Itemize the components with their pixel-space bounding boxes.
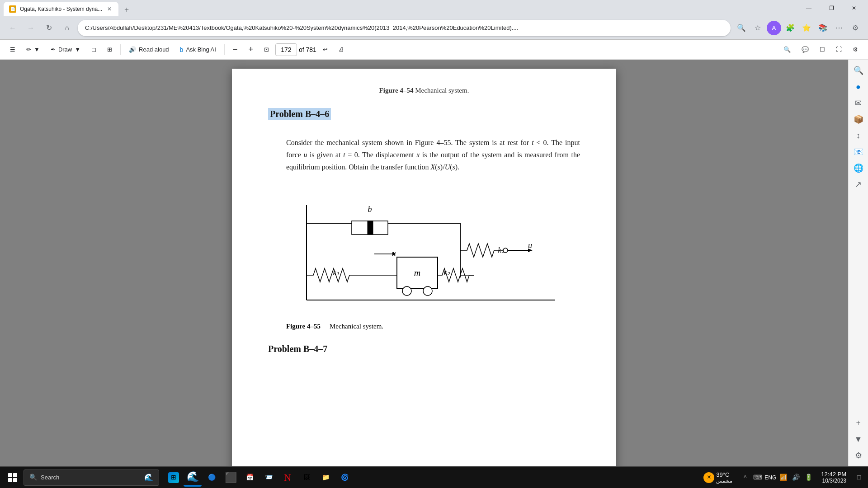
taskbar-app-teams[interactable]: ⬛ [222,469,240,487]
taskbar-app-edge2[interactable]: 🌀 [335,469,354,487]
taskbar-app-netflix[interactable]: N [278,469,297,487]
taskbar-app-photos[interactable]: 🖼 [297,469,316,487]
print-button[interactable]: 🖨 [334,42,349,57]
svg-line-9 [297,277,307,286]
sidebar-outlook-icon[interactable]: 📧 [851,145,866,159]
problem-b46-text: Consider the mechanical system shown in … [286,136,580,174]
maximize-button[interactable]: ❐ [821,1,842,15]
address-input[interactable] [78,20,731,36]
start-square-2 [13,473,17,477]
taskbar-app-edge[interactable]: 🌊 [184,469,202,487]
sidebar-arrow-icon[interactable]: ↗ [851,177,866,192]
forward-button[interactable]: → [24,21,38,35]
favorites-icon[interactable]: ⭐ [799,21,814,35]
widgets-icon: ⊞ [168,472,179,483]
svg-line-3 [297,223,307,232]
draw-button[interactable]: ✒ Draw ▼ [46,42,85,57]
home-button[interactable]: ⌂ [60,21,74,35]
highlight-button[interactable]: ✏ ▼ [22,42,44,57]
more-icon[interactable]: ⋯ [832,21,846,35]
sidebar-collapse-icon[interactable]: ▼ [851,432,866,446]
comment-button[interactable]: 💬 [797,42,813,57]
taskbar-search-bar[interactable]: 🔍 Search 🌊 [24,469,159,486]
tab-area: 📄 Ogata, Katsuhiko - System dyna... ✕ + [4,0,791,16]
draw-label: Draw [58,46,72,53]
sidebar-search-icon[interactable]: 🔍 [851,63,866,78]
text-search-button[interactable]: 🔍 [779,42,795,57]
taskbar-app-chrome[interactable]: 🔵 [203,469,221,487]
page-back-button[interactable]: ↩ [318,42,332,57]
taskbar-app-widgets[interactable]: ⊞ [165,469,183,487]
page-number-input[interactable] [275,43,297,56]
collections-icon[interactable]: 📚 [816,21,830,35]
toolbar-separator-2 [224,44,225,55]
pdf-right-tools: 🔍 💬 ☐ ⛶ ⚙ [779,42,863,57]
teams-icon: ⬛ [225,472,236,483]
profile-icon[interactable]: A [767,21,781,35]
view-button[interactable]: ⊞ [103,42,117,57]
read-aloud-button[interactable]: 🔊 Read aloud [124,42,174,57]
ask-bing-button[interactable]: b Ask Bing AI [175,42,221,57]
clock-time: 12:42 PM [821,471,846,478]
view-mode-button[interactable]: ⊡ [259,42,274,57]
pdf-settings-button[interactable]: ⚙ [848,42,863,57]
toolbar-actions: 🔍 ☆ A 🧩 ⭐ 📚 ⋯ ⚙ [734,21,863,35]
bookmark-icon[interactable]: ☆ [750,21,765,35]
netflix-icon: N [282,472,293,483]
sidebar-blue-icon[interactable]: ● [851,80,866,94]
zoom-minus-button[interactable]: − [228,42,242,57]
lang-indicator[interactable]: ENG [765,472,776,483]
svg-line-7 [297,259,307,268]
pdf-toolbar: ☰ ✏ ▼ ✒ Draw ▼ ◻ ⊞ 🔊 Read aloud b Ask Bi… [0,40,868,60]
figure-55-area: b m x k₁ [268,187,580,314]
taskbar-app-calendar[interactable]: 📅 [241,469,259,487]
pdf-content-area[interactable]: Figure 4–54 Mechanical system. Problem B… [0,60,848,466]
minimize-button[interactable]: — [798,1,819,15]
svg-line-49 [533,300,537,307]
svg-text:b: b [368,205,372,214]
sidebar-collections-icon[interactable]: 📦 [851,112,866,127]
tray-wifi[interactable]: 📶 [778,472,788,483]
explorer-icon: 📁 [320,472,331,483]
select-button[interactable]: ☐ [815,42,830,57]
taskbar-app-mail[interactable]: 📨 [259,469,278,487]
search-icon[interactable]: 🔍 [734,21,749,35]
weather-icon: ☀ [703,472,714,483]
sidebar-settings-icon[interactable]: ⚙ [851,448,866,463]
annotations-button[interactable]: ☰ [5,42,20,57]
svg-point-29 [402,286,411,296]
sidebar-scroll-icon[interactable]: ↕ [851,128,866,143]
new-tab-button[interactable]: + [120,4,133,16]
settings-icon[interactable]: ⚙ [848,21,863,35]
start-button[interactable] [4,469,22,487]
back-button[interactable]: ← [5,21,20,35]
page-total: of 781 [299,46,316,53]
tray-volume[interactable]: 🔊 [790,472,801,483]
zoom-plus-button[interactable]: + [244,42,258,57]
svg-line-1 [297,205,307,214]
sidebar-mail-icon[interactable]: ✉ [851,96,866,110]
notification-button[interactable]: □ [854,472,864,483]
tray-chevron[interactable]: ^ [740,472,750,483]
svg-text:m: m [414,268,420,278]
sidebar-translate-icon[interactable]: 🌐 [851,161,866,175]
tab-close-button[interactable]: ✕ [106,5,113,13]
svg-line-47 [505,300,510,307]
sidebar-expand-icon[interactable]: + [851,416,866,430]
taskbar: 🔍 Search 🌊 ⊞ 🌊 🔵 ⬛ 📅 📨 N [0,466,868,488]
eraser-button[interactable]: ◻ [87,42,101,57]
tray-battery[interactable]: 🔋 [803,472,814,483]
svg-line-45 [478,300,483,307]
start-square-4 [13,478,17,482]
taskbar-app-explorer[interactable]: 📁 [316,469,335,487]
weather-widget[interactable]: ☀ 39°C مشمس [700,471,736,484]
refresh-button[interactable]: ↻ [42,21,56,35]
tray-keyboard[interactable]: ⌨ [752,472,763,483]
browser-tab[interactable]: 📄 Ogata, Katsuhiko - System dyna... ✕ [4,2,118,16]
immersive-reader-button[interactable]: ⛶ [831,42,846,57]
close-button[interactable]: ✕ [844,1,864,15]
system-clock[interactable]: 12:42 PM 10/3/2023 [817,471,850,484]
svg-text:u: u [528,241,532,250]
extensions-icon[interactable]: 🧩 [783,21,797,35]
svg-line-41 [424,300,429,307]
